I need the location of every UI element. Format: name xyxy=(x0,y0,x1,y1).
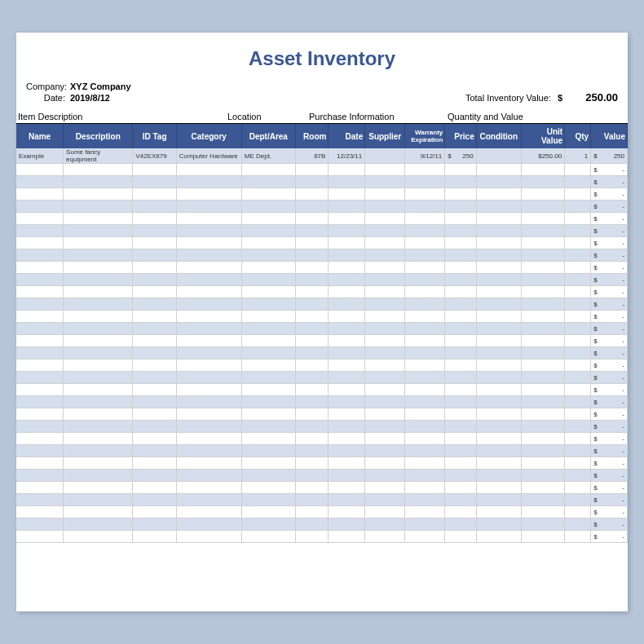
cell-empty[interactable] xyxy=(405,494,445,506)
cell-empty[interactable] xyxy=(445,531,476,543)
cell-empty[interactable] xyxy=(295,201,329,213)
cell-empty[interactable] xyxy=(476,225,521,237)
cell-empty[interactable] xyxy=(329,372,365,384)
cell-empty[interactable] xyxy=(133,164,176,176)
table-row[interactable]: $- xyxy=(16,421,628,433)
cell-empty[interactable] xyxy=(365,262,405,274)
cell-empty[interactable] xyxy=(521,176,564,188)
cell-empty[interactable] xyxy=(476,347,521,359)
cell-empty[interactable] xyxy=(565,311,591,323)
cell-empty[interactable] xyxy=(16,323,64,335)
cell-empty[interactable] xyxy=(445,470,476,482)
cell-empty[interactable] xyxy=(295,286,329,298)
cell-empty[interactable] xyxy=(445,164,476,176)
cell-empty[interactable] xyxy=(241,518,295,531)
cell-empty[interactable] xyxy=(133,201,176,213)
cell-empty[interactable] xyxy=(405,506,445,518)
cell-empty[interactable] xyxy=(295,323,329,335)
cell-empty[interactable] xyxy=(521,286,564,298)
table-row[interactable]: $- xyxy=(16,274,628,286)
cell-empty[interactable] xyxy=(241,249,295,262)
cell-empty[interactable] xyxy=(405,384,445,396)
cell-empty[interactable] xyxy=(445,372,476,384)
cell-empty[interactable] xyxy=(521,164,564,176)
cell-empty[interactable] xyxy=(176,323,241,335)
cell-empty[interactable] xyxy=(565,213,591,225)
cell-empty[interactable] xyxy=(241,188,295,201)
cell-empty[interactable] xyxy=(295,359,329,372)
cell-empty[interactable] xyxy=(329,188,365,201)
cell-empty[interactable] xyxy=(521,518,564,531)
cell-empty[interactable] xyxy=(476,262,521,274)
cell-empty[interactable] xyxy=(176,298,241,311)
cell-empty[interactable] xyxy=(64,311,133,323)
cell-empty[interactable] xyxy=(405,531,445,543)
cell-empty[interactable]: $- xyxy=(591,164,628,176)
cell-empty[interactable] xyxy=(445,445,476,457)
cell-empty[interactable] xyxy=(476,335,521,347)
cell-empty[interactable] xyxy=(521,384,564,396)
cell-empty[interactable] xyxy=(405,408,445,421)
cell-empty[interactable] xyxy=(521,201,564,213)
cell-empty[interactable] xyxy=(329,518,365,531)
cell-empty[interactable] xyxy=(64,176,133,188)
cell-price[interactable]: $250 xyxy=(445,148,476,164)
cell-empty[interactable] xyxy=(365,347,405,359)
cell-empty[interactable] xyxy=(133,225,176,237)
cell-empty[interactable] xyxy=(521,237,564,249)
cell-empty[interactable] xyxy=(476,457,521,470)
cell-empty[interactable] xyxy=(329,396,365,408)
cell-empty[interactable] xyxy=(133,176,176,188)
cell-empty[interactable] xyxy=(365,470,405,482)
table-row[interactable]: $- xyxy=(16,176,628,188)
cell-empty[interactable] xyxy=(176,482,241,494)
cell-empty[interactable] xyxy=(445,201,476,213)
cell-empty[interactable] xyxy=(365,176,405,188)
cell-empty[interactable] xyxy=(521,408,564,421)
cell-empty[interactable] xyxy=(133,323,176,335)
cell-empty[interactable] xyxy=(16,164,64,176)
cell-empty[interactable] xyxy=(176,347,241,359)
cell-empty[interactable] xyxy=(405,164,445,176)
cell-empty[interactable] xyxy=(295,298,329,311)
cell-empty[interactable] xyxy=(16,225,64,237)
cell-empty[interactable] xyxy=(365,225,405,237)
cell-empty[interactable] xyxy=(329,274,365,286)
cell-empty[interactable] xyxy=(521,262,564,274)
table-row[interactable]: $- xyxy=(16,506,628,518)
cell-empty[interactable] xyxy=(329,506,365,518)
cell-empty[interactable] xyxy=(295,482,329,494)
cell-empty[interactable] xyxy=(365,445,405,457)
cell-empty[interactable] xyxy=(241,408,295,421)
cell-empty[interactable] xyxy=(241,311,295,323)
cell-empty[interactable] xyxy=(133,262,176,274)
cell-empty[interactable] xyxy=(295,311,329,323)
table-row[interactable]: $- xyxy=(16,335,628,347)
cell-empty[interactable] xyxy=(295,237,329,249)
cell-empty[interactable] xyxy=(133,359,176,372)
cell-empty[interactable]: $- xyxy=(591,518,628,531)
cell-empty[interactable] xyxy=(241,506,295,518)
cell-empty[interactable] xyxy=(445,347,476,359)
cell-empty[interactable] xyxy=(476,274,521,286)
cell-empty[interactable] xyxy=(329,298,365,311)
cell-empty[interactable] xyxy=(241,274,295,286)
cell-empty[interactable] xyxy=(476,286,521,298)
cell-empty[interactable] xyxy=(64,249,133,262)
cell-empty[interactable] xyxy=(295,164,329,176)
cell-empty[interactable] xyxy=(16,531,64,543)
cell-empty[interactable] xyxy=(405,457,445,470)
cell-empty[interactable] xyxy=(241,347,295,359)
cell-empty[interactable] xyxy=(241,286,295,298)
cell-empty[interactable] xyxy=(16,384,64,396)
cell-empty[interactable] xyxy=(476,176,521,188)
table-row[interactable]: $- xyxy=(16,470,628,482)
cell-empty[interactable] xyxy=(295,335,329,347)
cell-empty[interactable]: $- xyxy=(591,201,628,213)
cell-empty[interactable] xyxy=(329,201,365,213)
cell-empty[interactable] xyxy=(476,372,521,384)
cell-empty[interactable] xyxy=(445,249,476,262)
cell-empty[interactable] xyxy=(16,396,64,408)
cell-empty[interactable] xyxy=(329,433,365,445)
cell-empty[interactable] xyxy=(241,445,295,457)
